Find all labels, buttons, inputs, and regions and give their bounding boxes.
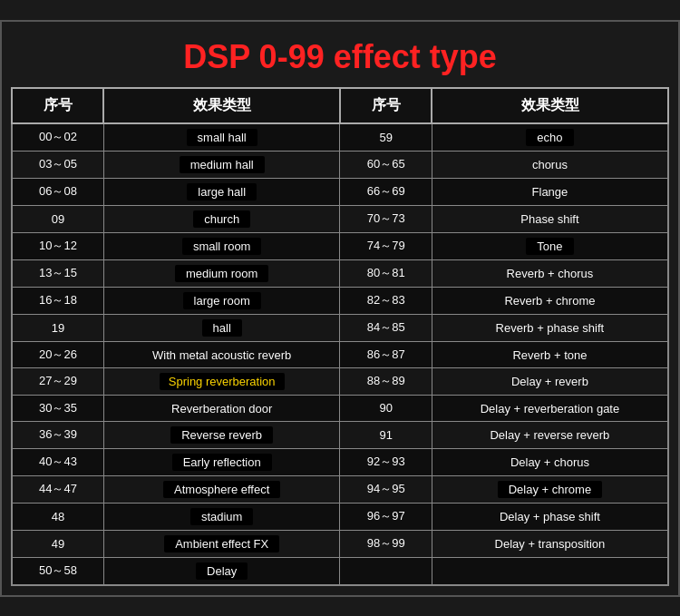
seq-right: 88～89 [340, 367, 432, 395]
seq-right: 82～83 [340, 287, 432, 314]
effect-left: Delay [103, 557, 340, 585]
effect-left: Ambient effect FX [103, 530, 340, 557]
effect-right: Phase shift [432, 205, 668, 232]
effect-right: echo [432, 123, 668, 152]
seq-left: 27～29 [12, 367, 103, 395]
effect-left: large room [103, 287, 340, 314]
effect-right: Flange [432, 178, 668, 205]
table-row: 20～26With metal acoustic reverb86～87Reve… [12, 341, 668, 367]
table-row: 09church70～73Phase shift [12, 205, 668, 232]
page-title: DSP 0-99 effect type [11, 31, 669, 87]
table-row: 10～12small room74～79Tone [12, 232, 668, 259]
table-row: 16～18large room82～83Reverb + chrome [12, 287, 668, 314]
seq-right: 94～95 [340, 475, 432, 503]
table-row: 30～35Reverberation door90Delay + reverbe… [12, 395, 668, 421]
seq-right: 90 [340, 395, 432, 421]
table-row: 36～39Reverse reverb91Delay + reverse rev… [12, 421, 668, 448]
header-seq1: 序号 [12, 88, 103, 123]
seq-right: 60～65 [340, 151, 432, 178]
seq-left: 20～26 [12, 341, 103, 367]
effect-left: Reverberation door [103, 395, 340, 421]
seq-left: 36～39 [12, 421, 103, 448]
effect-right [432, 557, 668, 585]
effect-left: small hall [103, 123, 340, 152]
seq-left: 06～08 [12, 178, 103, 205]
seq-right: 91 [340, 421, 432, 448]
effect-left: medium hall [103, 151, 340, 178]
seq-right: 70～73 [340, 205, 432, 232]
effect-left: Atmosphere effect [103, 475, 340, 503]
seq-right: 92～93 [340, 448, 432, 475]
effect-right: chorus [432, 151, 668, 178]
table-row: 13～15medium room80～81Reverb + chorus [12, 259, 668, 287]
effect-left: Early reflection [103, 448, 340, 475]
table-row: 06～08large hall66～69Flange [12, 178, 668, 205]
seq-left: 13～15 [12, 259, 103, 287]
effect-right: Reverb + phase shift [432, 314, 668, 341]
seq-right: 59 [340, 123, 432, 152]
seq-right [340, 557, 432, 585]
effect-right: Reverb + chorus [432, 259, 668, 287]
effect-left: church [103, 205, 340, 232]
header-type1: 效果类型 [103, 88, 340, 123]
seq-right: 84～85 [340, 314, 432, 341]
seq-left: 44～47 [12, 475, 103, 503]
effect-left: large hall [103, 178, 340, 205]
effect-right: Delay + chorus [432, 448, 668, 475]
effect-right: Delay + transposition [432, 530, 668, 557]
effect-left: With metal acoustic reverb [103, 341, 340, 367]
seq-left: 09 [12, 205, 103, 232]
table-row: 50～58Delay [12, 557, 668, 585]
seq-left: 03～05 [12, 151, 103, 178]
effect-left: medium room [103, 259, 340, 287]
table-row: 03～05medium hall60～65chorus [12, 151, 668, 178]
seq-right: 86～87 [340, 341, 432, 367]
effect-right: Reverb + chrome [432, 287, 668, 314]
effect-right: Reverb + tone [432, 341, 668, 367]
effect-right: Delay + reverse reverb [432, 421, 668, 448]
table-row: 00～02small hall59echo [12, 123, 668, 152]
seq-right: 74～79 [340, 232, 432, 259]
table-row: 49Ambient effect FX98～99Delay + transpos… [12, 530, 668, 557]
effect-left: stadium [103, 503, 340, 530]
table-row: 48stadium96～97Delay + phase shift [12, 503, 668, 530]
table-row: 19hall84～85Reverb + phase shift [12, 314, 668, 341]
seq-right: 80～81 [340, 259, 432, 287]
seq-right: 98～99 [340, 530, 432, 557]
effect-right: Delay + reverb [432, 367, 668, 395]
effect-table: 序号 效果类型 序号 效果类型 00～02small hall59echo03～… [11, 87, 669, 586]
seq-left: 49 [12, 530, 103, 557]
seq-right: 66～69 [340, 178, 432, 205]
effect-right: Tone [432, 232, 668, 259]
seq-left: 19 [12, 314, 103, 341]
main-container: DSP 0-99 effect type 序号 效果类型 序号 效果类型 00～… [0, 20, 680, 597]
header-type2: 效果类型 [432, 88, 668, 123]
seq-left: 50～58 [12, 557, 103, 585]
seq-right: 96～97 [340, 503, 432, 530]
effect-right: Delay + chrome [432, 475, 668, 503]
effect-left: hall [103, 314, 340, 341]
header-seq2: 序号 [340, 88, 432, 123]
seq-left: 40～43 [12, 448, 103, 475]
table-row: 40～43Early reflection92～93Delay + chorus [12, 448, 668, 475]
effect-left: small room [103, 232, 340, 259]
effect-left: Spring reverberation [103, 367, 340, 395]
effect-left: Reverse reverb [103, 421, 340, 448]
seq-left: 48 [12, 503, 103, 530]
effect-right: Delay + reverberation gate [432, 395, 668, 421]
seq-left: 30～35 [12, 395, 103, 421]
table-row: 44～47Atmosphere effect94～95Delay + chrom… [12, 475, 668, 503]
seq-left: 10～12 [12, 232, 103, 259]
seq-left: 00～02 [12, 123, 103, 152]
table-row: 27～29Spring reverberation88～89Delay + re… [12, 367, 668, 395]
effect-right: Delay + phase shift [432, 503, 668, 530]
seq-left: 16～18 [12, 287, 103, 314]
